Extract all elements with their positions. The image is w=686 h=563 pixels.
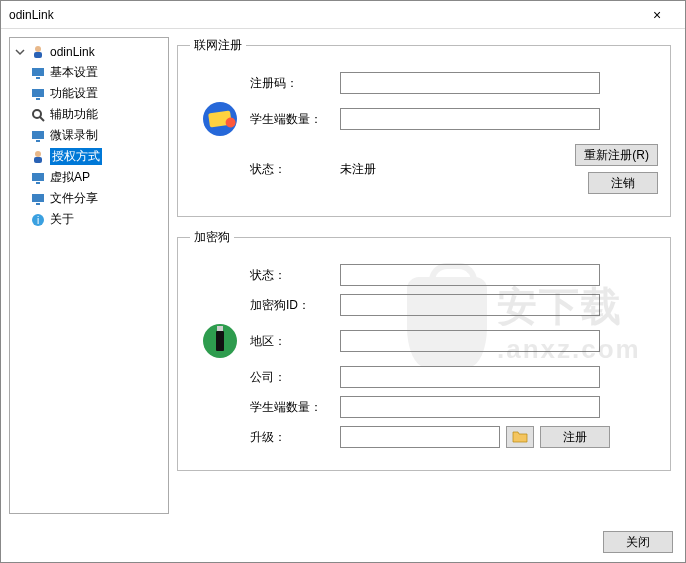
- tree-item-label: 授权方式: [50, 148, 102, 165]
- svg-line-7: [40, 117, 44, 121]
- upgrade-label: 升级：: [250, 429, 340, 446]
- titlebar: odinLink ×: [1, 1, 685, 29]
- dongle-student-count-label: 学生端数量：: [250, 399, 340, 416]
- tree-item-label: 辅助功能: [50, 106, 98, 123]
- tree-item-label: 基本设置: [50, 64, 98, 81]
- monitor-icon: [30, 191, 46, 207]
- reg-code-input[interactable]: [340, 72, 600, 94]
- card-icon: [203, 102, 237, 136]
- company-label: 公司：: [250, 369, 340, 386]
- expand-icon[interactable]: [14, 46, 26, 58]
- status-label: 状态：: [250, 161, 340, 178]
- close-icon[interactable]: ×: [637, 7, 677, 23]
- monitor-icon: [30, 65, 46, 81]
- svg-rect-9: [36, 140, 40, 142]
- tree-item-micro-record[interactable]: 微课录制: [28, 125, 166, 146]
- company-input[interactable]: [340, 366, 600, 388]
- tree-item-label: 虚拟AP: [50, 169, 90, 186]
- tree-item-label: 功能设置: [50, 85, 98, 102]
- footer: 关闭: [1, 522, 685, 562]
- folder-icon: [512, 429, 528, 443]
- svg-rect-5: [36, 98, 40, 100]
- tree-item-label: 微课录制: [50, 127, 98, 144]
- main-panel: 联网注册 注册码： 学生端数量：: [177, 37, 677, 514]
- status-value: 未注册: [340, 161, 460, 178]
- svg-rect-1: [34, 52, 42, 58]
- group-legend: 加密狗: [190, 229, 234, 246]
- usb-icon: [203, 324, 237, 358]
- tree-item-about[interactable]: i 关于: [28, 209, 166, 230]
- search-icon: [30, 107, 46, 123]
- reregister-button[interactable]: 重新注册(R): [575, 144, 658, 166]
- window-title: odinLink: [9, 8, 637, 22]
- tree-item-label: 文件分享: [50, 190, 98, 207]
- dongle-status-label: 状态：: [250, 267, 340, 284]
- svg-point-6: [33, 110, 41, 118]
- person-icon: [30, 44, 46, 60]
- upgrade-input[interactable]: [340, 426, 500, 448]
- info-icon: i: [30, 212, 46, 228]
- tree-item-license-mode[interactable]: 授权方式: [28, 146, 166, 167]
- reg-code-label: 注册码：: [250, 75, 340, 92]
- tree-item-function-settings[interactable]: 功能设置: [28, 83, 166, 104]
- tree-item-aux-functions[interactable]: 辅助功能: [28, 104, 166, 125]
- tree-item-label: 关于: [50, 211, 74, 228]
- dongle-status-input[interactable]: [340, 264, 600, 286]
- monitor-icon: [30, 128, 46, 144]
- svg-rect-15: [36, 203, 40, 205]
- monitor-icon: [30, 170, 46, 186]
- svg-rect-3: [36, 77, 40, 79]
- svg-point-0: [35, 46, 41, 52]
- person-icon: [30, 149, 46, 165]
- svg-rect-13: [36, 182, 40, 184]
- svg-point-10: [35, 151, 41, 157]
- svg-text:i: i: [37, 215, 39, 226]
- tree-children: 基本设置 功能设置 辅助功能 微课录制 授权方式: [12, 62, 166, 230]
- dongle-group: 加密狗 状态： 加密狗ID： 地区：: [177, 229, 671, 471]
- dongle-student-count-input[interactable]: [340, 396, 600, 418]
- close-button[interactable]: 关闭: [603, 531, 673, 553]
- dongle-id-input[interactable]: [340, 294, 600, 316]
- region-input[interactable]: [340, 330, 600, 352]
- dongle-id-label: 加密狗ID：: [250, 297, 340, 314]
- tree-item-basic-settings[interactable]: 基本设置: [28, 62, 166, 83]
- browse-button[interactable]: [506, 426, 534, 448]
- svg-rect-2: [32, 68, 44, 76]
- group-legend: 联网注册: [190, 37, 246, 54]
- tree-root[interactable]: odinLink: [12, 42, 166, 62]
- svg-rect-14: [32, 194, 44, 202]
- logout-button[interactable]: 注销: [588, 172, 658, 194]
- student-count-input[interactable]: [340, 108, 600, 130]
- svg-rect-8: [32, 131, 44, 139]
- tree-root-label: odinLink: [50, 45, 95, 59]
- online-register-group: 联网注册 注册码： 学生端数量：: [177, 37, 671, 217]
- nav-tree: odinLink 基本设置 功能设置 辅助功能 微课录制: [9, 37, 169, 514]
- region-label: 地区：: [250, 333, 340, 350]
- svg-rect-4: [32, 89, 44, 97]
- app-window: odinLink × odinLink 基本设置 功能: [0, 0, 686, 563]
- register-button[interactable]: 注册: [540, 426, 610, 448]
- monitor-icon: [30, 86, 46, 102]
- content-area: odinLink 基本设置 功能设置 辅助功能 微课录制: [1, 29, 685, 522]
- tree-item-file-share[interactable]: 文件分享: [28, 188, 166, 209]
- svg-rect-12: [32, 173, 44, 181]
- svg-rect-11: [34, 157, 42, 163]
- student-count-label: 学生端数量：: [250, 111, 340, 128]
- tree-item-virtual-ap[interactable]: 虚拟AP: [28, 167, 166, 188]
